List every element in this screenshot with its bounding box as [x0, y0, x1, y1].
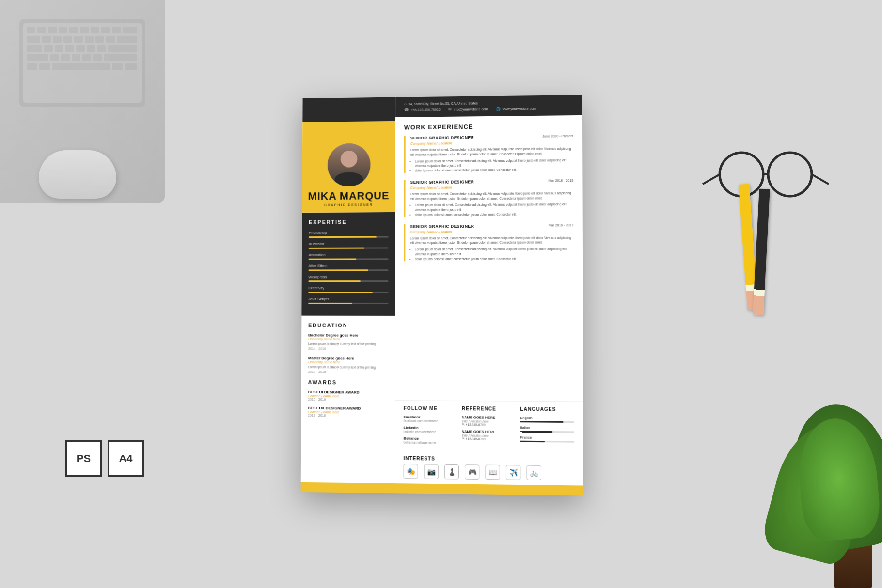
- contact-row-2: ☎ +55-123-456-78910 ✉ info@yourwebsite.c…: [404, 106, 573, 112]
- award-item: BEST UI DESIGNER AWARD Company name here…: [308, 390, 388, 402]
- avatar: [327, 143, 370, 186]
- jobs-list: SENIOR GRAPHIC DESIGNER June 2020 - Pres…: [404, 134, 573, 261]
- job-header: SENIOR GRAPHIC DESIGNER June 2020 - Pres…: [410, 134, 573, 140]
- reference-list: NAME GOES HERE Title / Position here P: …: [462, 415, 516, 441]
- languages-list: English Italian France: [520, 416, 574, 443]
- a4-badge: A4: [108, 440, 144, 477]
- expertise-section: EXPERTISE Photoshop Illustrator Animatio…: [301, 212, 395, 316]
- follow-item: Behance behance.net/username: [404, 436, 457, 445]
- sidebar-header-top-bar: [302, 97, 395, 122]
- job-item: SENIOR GRAPHIC DESIGNER Mar 2016 - 2017 …: [404, 223, 573, 262]
- svg-rect-17: [85, 36, 94, 43]
- edu-year: 2017 - 2018: [308, 370, 388, 374]
- follow-item: Facebook facebook.com/username: [404, 415, 457, 423]
- skill-name: After Effect: [309, 263, 389, 268]
- job-bullet: dolor ipsums dolor sit amet consectetur …: [415, 167, 573, 173]
- award-item: BEST UX DESIGNER AWARD Company name here…: [308, 406, 388, 418]
- ps-badge: PS: [65, 440, 102, 477]
- skill-bar-bg: [308, 280, 388, 282]
- job-title: SENIOR GRAPHIC DESIGNER: [410, 224, 474, 229]
- skill-name: Animation: [309, 252, 389, 257]
- follow-me-col: FOLLOW ME Facebook facebook.com/username…: [404, 405, 457, 447]
- svg-rect-22: [44, 45, 53, 52]
- job-title: SENIOR GRAPHIC DESIGNER: [410, 135, 474, 140]
- reference-col: REFERENCE NAME GOES HERE Title / Positio…: [462, 406, 516, 448]
- lang-bar-bg: [520, 421, 574, 423]
- education-title: EDUCATION: [308, 323, 388, 328]
- interest-icon-0: 🎭: [404, 464, 418, 479]
- resume-name: MIKA MARQUE: [308, 190, 390, 202]
- svg-rect-11: [123, 27, 137, 33]
- award-year: 2017 - 2018: [308, 414, 388, 418]
- svg-line-45: [812, 174, 829, 184]
- sidebar-lower: EDUCATION Bachelor Degree goes Here Univ…: [301, 316, 395, 483]
- follow-title: FOLLOW ME: [404, 405, 457, 411]
- job-bullets: Lorem ipsum dolor sit amet. Consectetur …: [410, 202, 573, 217]
- work-experience-title: WORK EXPERIENCE: [404, 122, 573, 131]
- reference-item: NAME GOES HERE Title / Position here P: …: [462, 415, 516, 427]
- svg-point-42: [768, 153, 812, 196]
- contact-phone: ☎ +55-123-456-78910: [404, 108, 441, 112]
- interest-icon-5: ✈️: [506, 465, 520, 480]
- svg-rect-21: [27, 45, 42, 52]
- edu-school: University name here: [308, 360, 388, 364]
- interest-icon-2: ♟️: [444, 464, 459, 480]
- follow-item: Linkedin linkedin.com/username: [404, 425, 457, 433]
- job-bullets: Lorem ipsum dolor sit amet. Consectetur …: [410, 157, 574, 173]
- svg-rect-26: [87, 45, 95, 52]
- skill-name: Photoshop: [309, 231, 389, 235]
- edu-year: 2014 - 2016: [308, 347, 388, 351]
- awards-list: BEST UI DESIGNER AWARD Company name here…: [308, 390, 388, 418]
- svg-rect-39: [112, 63, 123, 70]
- svg-rect-7: [80, 27, 89, 33]
- ref-phone: P: +12-345-6789: [462, 423, 516, 427]
- award-year: 2015 - 2016: [308, 398, 388, 402]
- email-icon: ✉: [448, 108, 452, 112]
- skill-bar-fill: [308, 292, 372, 293]
- follow-list: Facebook facebook.com/username Linkedin …: [404, 415, 457, 444]
- job-item: SENIOR GRAPHIC DESIGNER Mar 2018 - 2019 …: [404, 179, 573, 217]
- ref-phone: P: +12-345-6789: [462, 437, 516, 441]
- edu-desc: Lorem ipsum is simply dummy text of the …: [308, 341, 388, 346]
- job-bullet: Lorem ipsum dolor sit amet. Consectetur …: [415, 247, 574, 256]
- svg-rect-33: [82, 54, 91, 61]
- job-desc: Lorem ipsum dolor sit amet. Consectetur …: [410, 235, 573, 246]
- job-desc: Lorem ipsum dolor sit amet. Consectetur …: [410, 146, 573, 157]
- skill-item: Illustrator: [309, 242, 389, 249]
- job-header: SENIOR GRAPHIC DESIGNER Mar 2016 - 2017: [410, 223, 573, 229]
- skill-item: Animation: [309, 252, 389, 260]
- svg-line-44: [703, 174, 720, 184]
- svg-rect-20: [117, 36, 137, 43]
- skill-bar-bg: [309, 258, 389, 260]
- svg-rect-1: [23, 23, 142, 103]
- svg-rect-2: [27, 27, 35, 33]
- lang-name: Italian: [520, 425, 574, 430]
- svg-rect-6: [69, 27, 78, 33]
- svg-rect-28: [108, 45, 137, 52]
- edu-school: University name here: [308, 337, 388, 340]
- skill-bar-bg: [308, 303, 388, 304]
- job-company: Company Name/ Location: [410, 185, 573, 190]
- edu-desc: Lorem ipsum is simply dummy text of the …: [308, 365, 388, 370]
- svg-rect-27: [97, 45, 106, 52]
- skill-bar-fill: [308, 303, 352, 304]
- svg-rect-35: [104, 54, 137, 61]
- svg-rect-24: [65, 45, 74, 52]
- sidebar-header: MIKA MARQUE GRAPHIC DESIGNER: [302, 97, 395, 213]
- interests-title: INTERESTS: [404, 456, 575, 463]
- follow-url: linkedin.com/username: [404, 430, 457, 433]
- follow-url: facebook.com/username: [404, 419, 457, 423]
- language-item: France: [520, 435, 575, 443]
- svg-rect-23: [55, 45, 63, 52]
- edu-degree: Bachelor Degree goes Here: [308, 333, 388, 337]
- skill-name: Java Scripts: [308, 297, 388, 301]
- follow-url: behance.net/username: [404, 441, 457, 445]
- skill-bar-fill: [309, 258, 357, 260]
- job-company: Company Name/ Location: [410, 140, 573, 146]
- svg-rect-30: [50, 54, 59, 61]
- skill-bar-fill: [308, 280, 360, 282]
- education-item: Bachelor Degree goes Here University nam…: [308, 333, 388, 350]
- education-list: Bachelor Degree goes Here University nam…: [308, 333, 389, 374]
- contact-row-1: ⌂ 54, State/City, Street No.55, CA, Unit…: [404, 100, 573, 106]
- main-body: WORK EXPERIENCE SENIOR GRAPHIC DESIGNER …: [395, 115, 583, 402]
